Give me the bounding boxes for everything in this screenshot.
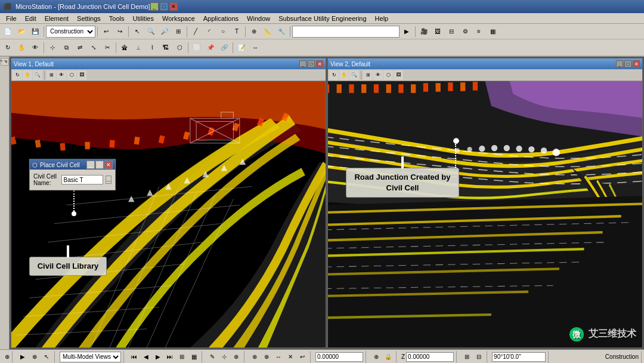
tb2-dimension[interactable]: ↔	[249, 41, 262, 54]
tb2-profile[interactable]: ⌇	[145, 41, 159, 54]
tb-fit[interactable]: ⊞	[172, 25, 185, 38]
dialog-place-civil-cell[interactable]: ⬡ Place Civil Cell _ □ ✕ Civil Cell Name…	[29, 159, 116, 190]
vp-tb-pan-left[interactable]: ✋	[23, 70, 32, 80]
dialog-max[interactable]: □	[95, 161, 104, 169]
tb2-view[interactable]: 👁	[29, 41, 42, 54]
vp-tb-view-right[interactable]: 👁	[373, 70, 383, 80]
tb2-place[interactable]: 📌	[204, 41, 217, 54]
vp-tb-zoom-left[interactable]: 🔍	[33, 70, 42, 80]
tb-redo[interactable]: ↪	[113, 25, 126, 38]
tb2-cell[interactable]: ⬡	[173, 41, 186, 54]
vp-tb-3d-right[interactable]: ⬡	[383, 70, 393, 80]
menu-workspace[interactable]: Workspace	[159, 14, 199, 23]
minimize-button[interactable]: _	[150, 2, 159, 11]
dialog-close[interactable]: ✕	[104, 161, 113, 169]
action-btn5[interactable]: ↩	[297, 352, 308, 362]
vp-left-min[interactable]: _	[299, 60, 306, 67]
dialog-cell-name-input[interactable]	[61, 175, 103, 184]
vp-left-close[interactable]: ✕	[316, 60, 323, 67]
tb-go[interactable]: ▶	[400, 25, 413, 38]
tb-zoom-in[interactable]: 🔍	[144, 25, 157, 38]
nav-btn5[interactable]: ⊞	[177, 352, 187, 362]
status-mode-dropdown[interactable]: Multi-Model Views	[57, 351, 124, 363]
action-btn4[interactable]: ✕	[285, 352, 296, 362]
right-tool1[interactable]: ⊞	[462, 352, 472, 362]
side-tab-project[interactable]: Project	[1, 58, 9, 66]
tb-select[interactable]: ↖	[131, 25, 144, 38]
nav-btn1[interactable]: ⏮	[129, 352, 140, 362]
tb-coord-input[interactable]	[292, 26, 400, 38]
nav-btn4[interactable]: ⏭	[165, 352, 175, 362]
draw-btn1[interactable]: ✎	[207, 352, 218, 362]
action-btn3[interactable]: ↔	[273, 352, 284, 362]
tb2-copy[interactable]: ⧉	[60, 41, 73, 54]
menu-file[interactable]: File	[2, 14, 20, 23]
status-coord-input[interactable]	[315, 352, 363, 362]
menu-edit[interactable]: Edit	[21, 14, 40, 23]
lock-btn[interactable]: 🔒	[383, 352, 394, 362]
vp-tb-pan-right[interactable]: ✋	[339, 70, 349, 80]
tb2-fence[interactable]: ⬜	[190, 41, 203, 54]
tb-save[interactable]: 💾	[29, 25, 42, 38]
vp-tb-render-left[interactable]: 🖼	[77, 70, 86, 80]
tb-properties[interactable]: 🔧	[275, 25, 288, 38]
tb-new[interactable]: 📄	[1, 25, 14, 38]
tb2-attach[interactable]: 🔗	[218, 41, 231, 54]
nav-btn2[interactable]: ◀	[141, 352, 151, 362]
tb-render[interactable]: 🖼	[431, 25, 444, 38]
tb-text[interactable]: T	[230, 25, 243, 38]
vp-tb-fit-left[interactable]: ⊞	[47, 70, 56, 80]
tb2-rotate[interactable]: ↻	[1, 41, 14, 54]
vp-right-max[interactable]: □	[624, 60, 631, 67]
draw-btn2[interactable]: ⊹	[219, 352, 230, 362]
tb-config1[interactable]: ⚙	[459, 25, 472, 38]
tb2-trim[interactable]: ✂	[101, 41, 114, 54]
menu-element[interactable]: Element	[41, 14, 72, 23]
draw-btn3[interactable]: ⊕	[231, 352, 242, 362]
menu-subsurface[interactable]: Subsurface Utility Engineering	[275, 14, 370, 23]
tb-measure[interactable]: 📐	[261, 25, 274, 38]
status-tool-btn2[interactable]: ⊕	[29, 352, 40, 362]
dialog-browse-btn[interactable]: ...	[106, 176, 112, 184]
nav-btn3[interactable]: ▶	[153, 352, 163, 362]
tb-section[interactable]: ⊟	[445, 25, 458, 38]
tb-circle[interactable]: ○	[216, 25, 230, 38]
menu-window[interactable]: Window	[243, 14, 274, 23]
nav-btn6[interactable]: ▦	[188, 352, 199, 362]
vp-tb-rotate-right[interactable]: ↻	[329, 70, 339, 80]
close-button[interactable]: ✕	[169, 2, 178, 11]
right-tool2[interactable]: ⊟	[473, 352, 484, 362]
tb-camera[interactable]: 🎥	[417, 25, 431, 38]
tb2-move[interactable]: ⊹	[46, 41, 59, 54]
vp-right-close[interactable]: ✕	[633, 60, 640, 67]
tb2-corridor[interactable]: ⟂	[132, 41, 145, 54]
tb2-mirror[interactable]: ⇌	[73, 41, 86, 54]
vp-right-min[interactable]: _	[616, 60, 623, 67]
vp-tb-3d-left[interactable]: ⬡	[67, 70, 76, 80]
tb-snap[interactable]: ⊕	[247, 25, 261, 38]
tb-zoom-out[interactable]: 🔎	[158, 25, 171, 38]
vp-tb-render-right[interactable]: 🖼	[394, 70, 403, 80]
mode-select[interactable]: Multi-Model Views	[60, 352, 121, 362]
tb2-annotation[interactable]: 📝	[235, 41, 248, 54]
tb2-road[interactable]: 🛣	[118, 41, 131, 54]
tb-config2[interactable]: ≡	[472, 25, 485, 38]
tb2-scale[interactable]: ⤡	[87, 41, 100, 54]
tb-arc[interactable]: ◜	[203, 25, 216, 38]
tb2-civil[interactable]: 🏗	[159, 41, 172, 54]
tb-line[interactable]: ╱	[189, 25, 202, 38]
tb-level-dropdown[interactable]: Construction	[46, 26, 95, 38]
vp-left-max[interactable]: □	[308, 60, 315, 67]
vp-tb-view-left[interactable]: 👁	[57, 70, 66, 80]
status-tool-btn3[interactable]: ↖	[41, 352, 52, 362]
vp-tb-fit-right[interactable]: ⊞	[363, 70, 373, 80]
menu-tools[interactable]: Tools	[106, 14, 128, 23]
action-btn2[interactable]: ⊕	[261, 352, 272, 362]
tb-open[interactable]: 📂	[15, 25, 28, 38]
tb2-pan[interactable]: ✋	[15, 41, 28, 54]
z-coord-input[interactable]	[406, 352, 454, 362]
status-tool-btn1[interactable]: ▶	[17, 352, 28, 362]
menu-utilities[interactable]: Utilities	[129, 14, 157, 23]
viewport-right-canvas[interactable]: Road Junction Created by Civil Cell 微 艾三…	[328, 81, 642, 347]
menu-applications[interactable]: Applications	[200, 14, 242, 23]
